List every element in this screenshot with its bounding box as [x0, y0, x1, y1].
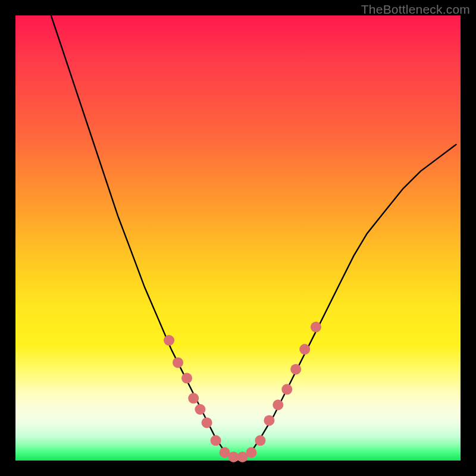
- dot-marker: [164, 335, 174, 346]
- dot-marker: [195, 404, 205, 415]
- dot-marker: [290, 364, 301, 375]
- dot-marker: [264, 415, 274, 426]
- dot-marker: [202, 417, 212, 428]
- dot-marker: [246, 447, 256, 458]
- dot-marker: [273, 400, 283, 411]
- dot-marker: [311, 322, 321, 333]
- dot-marker: [255, 435, 265, 446]
- dot-marker: [173, 357, 183, 368]
- chart-svg: [15, 15, 461, 461]
- watermark-label: TheBottleneck.com: [361, 2, 470, 17]
- plot-area: [15, 15, 461, 461]
- dot-marker: [181, 373, 192, 384]
- chart-frame: TheBottleneck.com: [0, 0, 476, 476]
- dot-marker: [299, 344, 310, 355]
- scatter-dots: [164, 322, 321, 462]
- dot-marker: [211, 435, 221, 446]
- dot-marker: [281, 384, 292, 394]
- dot-marker: [188, 393, 199, 403]
- curve-line: [51, 15, 456, 458]
